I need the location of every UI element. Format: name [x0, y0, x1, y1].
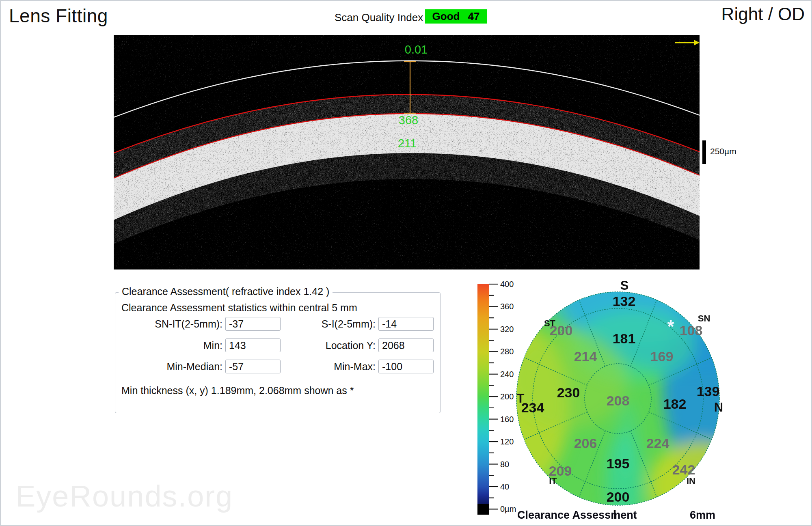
colorbar-tick-label: 40	[500, 482, 509, 491]
field-location-y-input[interactable]	[378, 338, 434, 352]
map-sector-value: 181	[613, 331, 636, 346]
map-sector-value: 230	[557, 385, 580, 400]
field-s-i: S-I(2-5mm):	[261, 317, 434, 333]
colorbar-tick-label: 240	[500, 370, 514, 379]
map-sector-value: 206	[574, 435, 597, 451]
colorbar-tick-label: 400	[500, 280, 514, 289]
map-sector-value: 224	[646, 435, 669, 451]
page-title: Lens Fitting	[9, 5, 108, 27]
clearance-value-label: 368	[399, 114, 418, 127]
colorbar-tick-label: 280	[500, 347, 514, 356]
map-sector-value: 195	[607, 456, 630, 471]
field-min-label: Min:	[118, 340, 222, 351]
field-s-i-label: S-I(2-5mm):	[261, 318, 376, 330]
scan-quality-status: Good	[432, 10, 460, 23]
scan-quality-badge: Good 47	[425, 9, 487, 24]
map-sector-value: 108	[680, 323, 703, 338]
map-compass-label-sn: SN	[698, 313, 710, 323]
map-sector-value: 234	[521, 400, 544, 415]
scale-bar	[702, 140, 706, 164]
map-compass-label-s: S	[620, 278, 629, 293]
oct-bscan-image: 0.01 368 211	[114, 35, 700, 269]
field-min-median-label: Min-Median:	[118, 361, 222, 373]
clearance-panel-title: Clearance Assessment( refractive index 1…	[119, 286, 333, 297]
map-sector-value: 214	[574, 349, 597, 364]
lens-fitting-screen: Lens Fitting Scan Quality Index Good 47 …	[0, 0, 812, 526]
map-sector-value: 200	[607, 489, 630, 504]
map-compass-label-t: T	[517, 391, 525, 405]
field-sn-it-label: SN-IT(2-5mm):	[118, 318, 222, 330]
map-diameter-label: 6mm	[690, 509, 715, 521]
scan-quality-value: 47	[468, 10, 479, 23]
thickness-value-label: 211	[398, 137, 417, 150]
watermark: EyeRounds.org	[15, 479, 233, 513]
field-location-y: Location Y:	[261, 338, 434, 355]
map-caption: Clearance Assessment	[517, 509, 637, 521]
colorbar-tick-label: 0µm	[500, 504, 516, 513]
field-min-max: Min-Max:	[261, 360, 434, 376]
field-min: Min:	[118, 338, 281, 355]
map-sector-value: 208	[607, 393, 630, 408]
min-thickness-footnote: Min thickness (x, y) 1.189mm, 2.068mm sh…	[121, 385, 354, 397]
min-thickness-marker: *	[667, 317, 674, 336]
colorbar-tick-label: 80	[500, 460, 509, 469]
map-compass-label-it: IT	[549, 476, 557, 486]
map-sector-value: 139	[697, 384, 720, 399]
scale-bar-label: 250µm	[710, 147, 736, 156]
clearance-map-figure: 40036032028024020016012080400µm	[468, 277, 760, 526]
map-compass-label-n: N	[714, 400, 723, 414]
laterality-label: Right / OD	[705, 4, 805, 24]
colorbar-tick-label: 320	[500, 325, 514, 334]
colorbar: 40036032028024020016012080400µm	[477, 280, 516, 515]
vault-value-label: 0.01	[405, 43, 428, 56]
field-s-i-input[interactable]	[378, 317, 434, 331]
map-sector-value: 169	[650, 349, 674, 364]
scan-quality-label: Scan Quality Index	[335, 11, 423, 24]
colorbar-tick-label: 120	[500, 437, 514, 446]
map-sector-value: 132	[613, 293, 636, 309]
colorbar-tick-label: 160	[500, 415, 514, 424]
colorbar-tick-label: 200	[500, 392, 514, 401]
map-sector-value: 242	[672, 462, 695, 477]
map-sector-value: 182	[663, 396, 687, 412]
map-compass-label-in: IN	[687, 476, 695, 486]
map-compass-label-st: ST	[544, 318, 556, 328]
field-min-max-label: Min-Max:	[261, 361, 376, 373]
field-location-y-label: Location Y:	[261, 340, 376, 351]
field-min-max-input[interactable]	[378, 360, 434, 373]
field-sn-it: SN-IT(2-5mm):	[118, 317, 281, 333]
clearance-sector-map: 1322001081812141692302081822341392062241…	[476, 277, 760, 526]
colorbar-tick-label: 360	[500, 302, 514, 311]
clearance-panel-subtitle: Clearance Assessment statistics within c…	[121, 302, 357, 314]
field-min-median: Min-Median:	[118, 360, 281, 376]
